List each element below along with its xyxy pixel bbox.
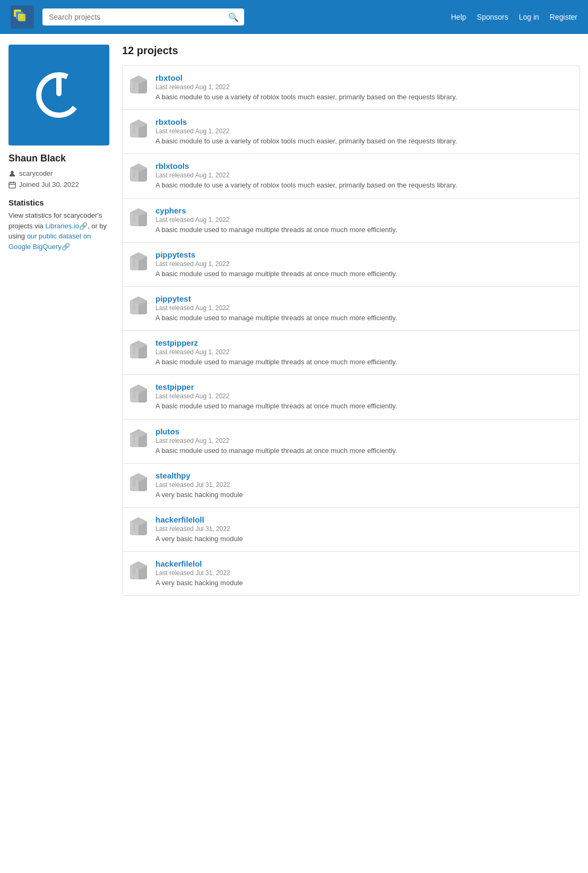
avatar <box>8 45 109 146</box>
project-name[interactable]: cyphers <box>155 206 573 215</box>
nav-help[interactable]: Help <box>451 13 466 21</box>
project-date: Last released Aug 1, 2022 <box>155 392 573 400</box>
project-date: Last released Aug 1, 2022 <box>155 437 573 444</box>
package-icon <box>129 516 148 535</box>
project-name[interactable]: testpipper <box>155 382 573 391</box>
project-count: 12 projects <box>122 45 580 57</box>
package-icon <box>129 472 148 491</box>
project-date: Last released Jul 31, 2022 <box>155 569 573 577</box>
username-label: scarycoder <box>19 169 53 177</box>
project-description: A basic module used to manage multiple t… <box>155 401 573 411</box>
project-description: A basic module used to manage multiple t… <box>155 313 573 323</box>
project-name[interactable]: hackerfileloll <box>155 515 573 524</box>
project-date: Last released Aug 1, 2022 <box>155 83 573 91</box>
libraries-link[interactable]: Libraries.io <box>45 222 79 230</box>
project-name[interactable]: testpipperz <box>155 338 573 347</box>
project-item: hackerfilelol Last released Jul 31, 2022… <box>122 551 580 596</box>
project-date: Last released Aug 1, 2022 <box>155 304 573 312</box>
project-name[interactable]: pippytests <box>155 250 573 259</box>
site-logo[interactable] <box>11 5 34 29</box>
project-info: rbxtools Last released Aug 1, 2022 A bas… <box>155 117 573 146</box>
package-icon <box>129 560 148 579</box>
sidebar: Shaun Black scarycoder Joined Jul 30, 20… <box>8 45 109 862</box>
project-date: Last released Aug 1, 2022 <box>155 216 573 224</box>
project-description: A basic module used to manage multiple t… <box>155 446 573 456</box>
project-description: A very basic hacking module <box>155 578 573 588</box>
search-icon: 🔍 <box>228 12 239 22</box>
project-info: cyphers Last released Aug 1, 2022 A basi… <box>155 206 573 235</box>
joined-row: Joined Jul 30, 2022 <box>8 181 109 189</box>
calendar-icon <box>8 181 16 189</box>
project-item: pippytest Last released Aug 1, 2022 A ba… <box>122 286 580 330</box>
project-description: A very basic hacking module <box>155 534 573 544</box>
username-row: scarycoder <box>8 169 109 177</box>
package-icon <box>129 383 148 403</box>
project-name[interactable]: hackerfilelol <box>155 559 573 568</box>
project-name[interactable]: pippytest <box>155 294 573 303</box>
project-date: Last released Aug 1, 2022 <box>155 127 573 135</box>
project-description: A basic module used to manage multiple t… <box>155 269 573 279</box>
package-icon <box>129 251 148 270</box>
project-item: hackerfileloll Last released Jul 31, 202… <box>122 507 580 551</box>
nav-login[interactable]: Log in <box>519 13 539 21</box>
joined-label: Joined Jul 30, 2022 <box>19 181 79 189</box>
nav-sponsors[interactable]: Sponsors <box>477 13 508 21</box>
project-info: rblxtools Last released Aug 1, 2022 A ba… <box>155 161 573 190</box>
search-container: 🔍 <box>42 8 244 25</box>
package-icon <box>129 428 148 447</box>
nav-register[interactable]: Register <box>550 13 577 21</box>
project-description: A basic module used to manage multiple t… <box>155 357 573 367</box>
package-icon <box>129 207 148 226</box>
project-item: rblxtools Last released Aug 1, 2022 A ba… <box>122 153 580 198</box>
header-nav: Help Sponsors Log in Register <box>451 13 577 21</box>
project-info: stealthpy Last released Jul 31, 2022 A v… <box>155 471 573 500</box>
project-item: rbxtool Last released Aug 1, 2022 A basi… <box>122 65 580 109</box>
package-icon <box>129 339 148 358</box>
package-icon <box>129 74 148 93</box>
project-info: plutos Last released Aug 1, 2022 A basic… <box>155 427 573 456</box>
main-container: Shaun Black scarycoder Joined Jul 30, 20… <box>0 34 588 873</box>
project-list: rbxtool Last released Aug 1, 2022 A basi… <box>122 65 580 596</box>
project-date: Last released Aug 1, 2022 <box>155 172 573 179</box>
project-name[interactable]: rbxtools <box>155 117 573 126</box>
project-item: testpipperz Last released Aug 1, 2022 A … <box>122 330 580 374</box>
project-info: pippytests Last released Aug 1, 2022 A b… <box>155 250 573 279</box>
project-name[interactable]: stealthpy <box>155 471 573 480</box>
svg-rect-7 <box>9 182 15 188</box>
project-date: Last released Jul 31, 2022 <box>155 481 573 489</box>
project-item: cyphers Last released Aug 1, 2022 A basi… <box>122 198 580 242</box>
header: 🔍 Help Sponsors Log in Register <box>0 0 588 34</box>
project-name[interactable]: rblxtools <box>155 161 573 170</box>
search-input[interactable] <box>42 8 244 25</box>
content: 12 projects rbxtool Last released Aug 1,… <box>122 45 580 862</box>
project-name[interactable]: plutos <box>155 427 573 436</box>
statistics-text: View statistics for scarycoder's project… <box>8 210 109 252</box>
project-date: Last released Jul 31, 2022 <box>155 525 573 533</box>
project-name[interactable]: rbxtool <box>155 73 573 82</box>
project-info: testpipperz Last released Aug 1, 2022 A … <box>155 338 573 367</box>
svg-rect-3 <box>18 14 25 21</box>
project-description: A basic module to use a variety of roblo… <box>155 92 573 102</box>
user-icon <box>8 170 16 177</box>
package-icon <box>129 162 148 182</box>
project-item: pippytests Last released Aug 1, 2022 A b… <box>122 242 580 286</box>
project-info: rbxtool Last released Aug 1, 2022 A basi… <box>155 73 573 102</box>
project-description: A basic module used to manage multiple t… <box>155 225 573 235</box>
svg-point-6 <box>11 170 13 173</box>
user-display-name: Shaun Black <box>8 153 109 164</box>
package-icon <box>129 118 148 138</box>
statistics-title: Statistics <box>8 198 109 207</box>
project-info: hackerfilelol Last released Jul 31, 2022… <box>155 559 573 588</box>
project-item: stealthpy Last released Jul 31, 2022 A v… <box>122 463 580 507</box>
project-info: hackerfileloll Last released Jul 31, 202… <box>155 515 573 544</box>
project-info: testpipper Last released Aug 1, 2022 A b… <box>155 382 573 411</box>
project-description: A basic module to use a variety of roblo… <box>155 136 573 146</box>
project-date: Last released Aug 1, 2022 <box>155 348 573 356</box>
project-info: pippytest Last released Aug 1, 2022 A ba… <box>155 294 573 323</box>
project-item: plutos Last released Aug 1, 2022 A basic… <box>122 419 580 463</box>
project-item: testpipper Last released Aug 1, 2022 A b… <box>122 374 580 418</box>
project-description: A basic module to use a variety of roblo… <box>155 181 573 190</box>
project-description: A very basic hacking module <box>155 490 573 500</box>
package-icon <box>129 295 148 314</box>
project-date: Last released Aug 1, 2022 <box>155 260 573 268</box>
